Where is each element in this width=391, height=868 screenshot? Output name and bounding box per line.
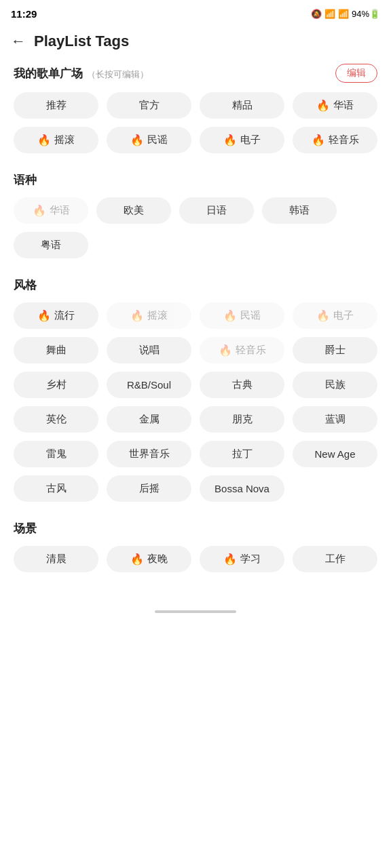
status-time: 11:29 xyxy=(11,8,37,20)
tag-label: 欧美 xyxy=(124,204,144,217)
tag----[interactable]: 🔥轻音乐 xyxy=(293,127,377,153)
my-tags-grid: 推荐官方精品🔥华语🔥摇滚🔥民谣🔥电子🔥轻音乐 xyxy=(14,92,377,153)
tag-----[interactable]: 世界音乐 xyxy=(107,441,191,467)
scene-tags-grid: 清晨🔥夜晚🔥学习工作 xyxy=(14,546,377,572)
tag-label: 工作 xyxy=(325,553,346,566)
tag---[interactable]: 韩语 xyxy=(262,197,337,224)
signal-icon: 📶 xyxy=(338,9,349,19)
tag-label: 说唱 xyxy=(139,344,160,357)
tag---[interactable]: 官方 xyxy=(107,92,191,119)
tag-label: 日语 xyxy=(206,204,227,217)
fire-icon: 🔥 xyxy=(316,99,330,112)
tag---[interactable]: 推荐 xyxy=(14,92,98,119)
tag---[interactable]: 🔥摇滚 xyxy=(107,302,191,329)
tag-label: 舞曲 xyxy=(46,344,67,357)
status-bar: 11:29 🔕 📶 📶 94%🔋 xyxy=(0,0,391,24)
tag-label: 电子 xyxy=(333,309,354,322)
back-button[interactable]: ← xyxy=(11,33,26,50)
tag---[interactable]: 说唱 xyxy=(107,337,191,363)
tag---[interactable]: 蓝调 xyxy=(293,406,377,433)
tag-label: 精品 xyxy=(232,99,253,112)
tag-label: 华语 xyxy=(333,99,354,112)
tag-R-B-Soul[interactable]: R&B/Soul xyxy=(107,372,191,398)
scene-section-title: 场景 xyxy=(14,521,37,536)
tag-label: Bossa Nova xyxy=(215,483,269,494)
tag-label: 民谣 xyxy=(147,134,168,146)
tag---[interactable]: 乡村 xyxy=(14,372,98,398)
tag-label: 金属 xyxy=(139,413,160,426)
fire-icon: 🔥 xyxy=(37,309,51,322)
tag---[interactable]: 精品 xyxy=(200,92,284,119)
tag-label: New Age xyxy=(314,448,355,460)
tag-label: 推荐 xyxy=(46,99,67,112)
tag---[interactable]: 欧美 xyxy=(96,197,171,224)
tag-label: 古风 xyxy=(46,482,67,495)
tag---[interactable]: 🔥华语 xyxy=(14,197,88,224)
tag-label: 蓝调 xyxy=(325,413,346,426)
tag---[interactable]: 古风 xyxy=(14,475,98,502)
tag---[interactable]: 🔥电子 xyxy=(200,127,284,153)
tag---[interactable]: 🔥电子 xyxy=(293,302,377,329)
tag-label: 清晨 xyxy=(46,553,67,566)
tag---[interactable]: 拉丁 xyxy=(200,441,284,467)
tag-label: 世界音乐 xyxy=(129,448,170,460)
tag---[interactable]: 爵士 xyxy=(293,337,377,363)
tag-label: 韩语 xyxy=(289,204,310,217)
style-section-title: 风格 xyxy=(14,277,37,293)
tag-New-Age[interactable]: New Age xyxy=(293,441,377,467)
tag-label: 民族 xyxy=(325,378,346,391)
tag-label: 拉丁 xyxy=(232,448,253,460)
tag-label: 后摇 xyxy=(139,482,160,495)
tag-label: 流行 xyxy=(54,309,75,322)
tag---[interactable]: 民族 xyxy=(293,372,377,398)
my-section-title: 我的歌单广场 xyxy=(14,66,83,81)
tag-label: 乡村 xyxy=(46,378,67,391)
tag-label: 民谣 xyxy=(240,309,261,322)
style-tags-grid: 🔥流行🔥摇滚🔥民谣🔥电子舞曲说唱🔥轻音乐爵士乡村R&B/Soul古典民族英伦金属… xyxy=(14,302,377,502)
main-content: 我的歌单广场 （长按可编辑） 编辑 推荐官方精品🔥华语🔥摇滚🔥民谣🔥电子🔥轻音乐… xyxy=(0,58,391,605)
tag---[interactable]: 清晨 xyxy=(14,546,98,572)
tag---[interactable]: 雷鬼 xyxy=(14,441,98,467)
edit-button[interactable]: 编辑 xyxy=(335,64,377,83)
tag---[interactable]: 朋克 xyxy=(200,406,284,433)
tag---[interactable]: 🔥摇滚 xyxy=(14,127,98,153)
mute-icon: 🔕 xyxy=(311,9,322,19)
tag---[interactable]: 后摇 xyxy=(107,475,191,502)
style-section: 风格 🔥流行🔥摇滚🔥民谣🔥电子舞曲说唱🔥轻音乐爵士乡村R&B/Soul古典民族英… xyxy=(14,277,377,502)
tag-label: 粤语 xyxy=(41,239,61,252)
tag---[interactable]: 工作 xyxy=(293,546,377,572)
tag---[interactable]: 日语 xyxy=(179,197,254,224)
my-section-subtitle: （长按可编辑） xyxy=(87,68,149,81)
status-icons: 🔕 📶 📶 94%🔋 xyxy=(311,9,380,19)
tag---[interactable]: 舞曲 xyxy=(14,337,98,363)
tag-Bossa-Nova[interactable]: Bossa Nova xyxy=(200,475,284,502)
my-playlist-section: 我的歌单广场 （长按可编辑） 编辑 推荐官方精品🔥华语🔥摇滚🔥民谣🔥电子🔥轻音乐 xyxy=(14,64,377,153)
tag---[interactable]: 🔥华语 xyxy=(293,92,377,119)
page-title: PlayList Tags xyxy=(34,33,129,50)
section-header-my: 我的歌单广场 （长按可编辑） 编辑 xyxy=(14,64,377,83)
language-tags-grid: 🔥华语欧美日语韩语粤语 xyxy=(14,197,377,258)
section-header-scene: 场景 xyxy=(14,521,377,536)
header: ← PlayList Tags xyxy=(0,24,391,58)
tag-label: 学习 xyxy=(240,553,261,566)
tag---[interactable]: 🔥学习 xyxy=(200,546,284,572)
tag---[interactable]: 金属 xyxy=(107,406,191,433)
section-header-language: 语种 xyxy=(14,172,377,188)
fire-icon: 🔥 xyxy=(223,553,237,566)
tag-label: 朋克 xyxy=(232,413,253,426)
tag---[interactable]: 🔥民谣 xyxy=(107,127,191,153)
language-section-title: 语种 xyxy=(14,172,37,188)
fire-icon: 🔥 xyxy=(316,309,330,322)
tag---[interactable]: 🔥流行 xyxy=(14,302,98,329)
tag---[interactable]: 粤语 xyxy=(14,232,88,258)
fire-icon: 🔥 xyxy=(219,344,232,357)
tag-label: 雷鬼 xyxy=(46,448,67,460)
tag-label: R&B/Soul xyxy=(127,379,171,391)
section-title-row: 我的歌单广场 （长按可编辑） xyxy=(14,66,149,81)
scene-section: 场景 清晨🔥夜晚🔥学习工作 xyxy=(14,521,377,572)
tag---[interactable]: 英伦 xyxy=(14,406,98,433)
tag----[interactable]: 🔥轻音乐 xyxy=(200,337,284,363)
tag---[interactable]: 🔥民谣 xyxy=(200,302,284,329)
tag---[interactable]: 古典 xyxy=(200,372,284,398)
tag---[interactable]: 🔥夜晚 xyxy=(107,546,191,572)
